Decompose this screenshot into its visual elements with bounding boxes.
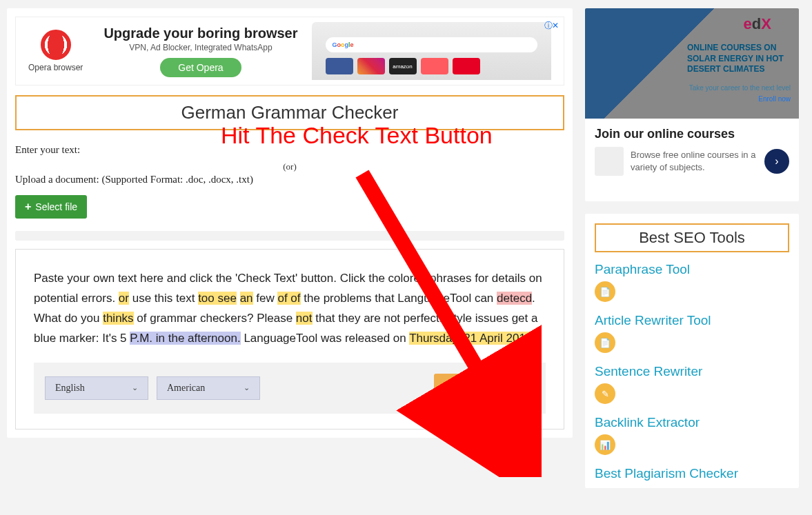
- tool-item: Article Rewriter Tool 📄: [595, 313, 789, 353]
- divider-bar: [15, 231, 564, 241]
- document-icon: 📄: [595, 332, 615, 353]
- highlight-detecd[interactable]: detecd: [497, 292, 532, 305]
- ad-top-preview: Google amazon: [312, 22, 551, 80]
- highlight-date[interactable]: Thursday, 21 April 2018: [409, 332, 532, 345]
- trash-icon: [442, 381, 455, 395]
- enter-text-label: Enter your text:: [15, 144, 564, 156]
- chevron-down-icon: ⌄: [132, 383, 138, 392]
- variant-dropdown[interactable]: American ⌄: [157, 376, 260, 400]
- ad-side-image: edX ONLINE COURSES ON SOLAR ENERGY IN HO…: [585, 8, 799, 119]
- highlight-or[interactable]: or: [119, 292, 129, 305]
- ad-side-desc: Browse free online courses in a variety …: [631, 149, 757, 174]
- highlight-pm[interactable]: P.M. in the afternoon.: [130, 332, 240, 345]
- ad-side-headline: ONLINE COURSES ON SOLAR ENERGY IN HOT DE…: [687, 43, 791, 75]
- ad-side-enroll[interactable]: Enroll now: [758, 95, 791, 103]
- edit-icon: ✎: [595, 383, 615, 404]
- ad-top-subtitle: VPN, Ad Blocker, Integrated WhatsApp: [103, 43, 297, 52]
- get-opera-button[interactable]: Get Opera: [160, 58, 241, 77]
- tool-item: Sentence Rewriter ✎: [595, 364, 789, 404]
- tools-title: Best SEO Tools: [595, 223, 789, 252]
- sidebar: ⓘ✕ edX ONLINE COURSES ON SOLAR ENERGY IN…: [585, 8, 799, 488]
- tool-link-paraphrase[interactable]: Paraphrase Tool: [595, 262, 789, 277]
- editor-toolbar: English ⌄ American ⌄ Check Text: [34, 363, 546, 414]
- editor-content[interactable]: Paste your own text here and click the '…: [34, 269, 546, 349]
- main-panel: Opera browser Upgrade your boring browse…: [7, 8, 573, 438]
- tool-item: Backlink Extractor 📊: [595, 415, 789, 455]
- ad-side-title: Join our online courses: [595, 127, 789, 141]
- seo-tools-panel: Best SEO Tools Paraphrase Tool 📄 Article…: [585, 214, 799, 488]
- plus-icon: +: [25, 201, 31, 213]
- chevron-down-icon: ⌄: [244, 383, 250, 392]
- adchoices-icon[interactable]: ⓘ✕: [544, 20, 558, 32]
- check-text-button[interactable]: Check Text: [471, 374, 535, 403]
- tool-item: Paraphrase Tool 📄: [595, 262, 789, 302]
- highlight-too-see[interactable]: too see: [198, 292, 237, 305]
- tool-link-sentence-rewriter[interactable]: Sentence Rewriter: [595, 364, 789, 379]
- document-icon: 📄: [595, 281, 615, 302]
- page-title: German Grammar Checker: [15, 95, 564, 130]
- ad-side-tagline: Take your career to the next level: [689, 84, 791, 92]
- upload-label: Upload a document: (Supported Format: .d…: [15, 174, 564, 185]
- opera-brand-label: Opera browser: [28, 63, 83, 72]
- language-dropdown[interactable]: English ⌄: [45, 376, 148, 400]
- tool-link-article-rewriter[interactable]: Article Rewriter Tool: [595, 313, 789, 328]
- ad-top-title: Upgrade your boring browser: [103, 26, 297, 41]
- svg-marker-1: [497, 425, 542, 460]
- opera-logo: Opera browser: [21, 27, 90, 75]
- highlight-thinks[interactable]: thinks: [103, 312, 133, 325]
- tool-item: Best Plagiarism Checker: [595, 466, 789, 481]
- text-editor[interactable]: Paste your own text here and click the '…: [15, 249, 564, 430]
- tool-link-plagiarism-checker[interactable]: Best Plagiarism Checker: [595, 466, 789, 481]
- opera-icon: [41, 30, 71, 60]
- google-logo: Google: [333, 41, 354, 48]
- chart-icon: 📊: [595, 434, 615, 455]
- highlight-not[interactable]: not: [296, 312, 313, 325]
- highlight-of-of[interactable]: of of: [277, 292, 300, 305]
- arrow-right-icon[interactable]: ›: [764, 149, 789, 174]
- ad-top-banner[interactable]: Opera browser Upgrade your boring browse…: [15, 17, 564, 85]
- ad-top-center: Upgrade your boring browser VPN, Ad Bloc…: [103, 26, 297, 77]
- or-label: (or): [15, 161, 564, 172]
- ad-side-thumb: [595, 147, 624, 176]
- edx-logo: edX: [744, 15, 771, 33]
- clear-button[interactable]: [434, 374, 463, 403]
- highlight-an[interactable]: an: [240, 292, 253, 305]
- select-file-button[interactable]: + Select file: [15, 195, 87, 219]
- ad-side-banner[interactable]: ⓘ✕ edX ONLINE COURSES ON SOLAR ENERGY IN…: [585, 8, 799, 201]
- tool-link-backlink-extractor[interactable]: Backlink Extractor: [595, 415, 789, 430]
